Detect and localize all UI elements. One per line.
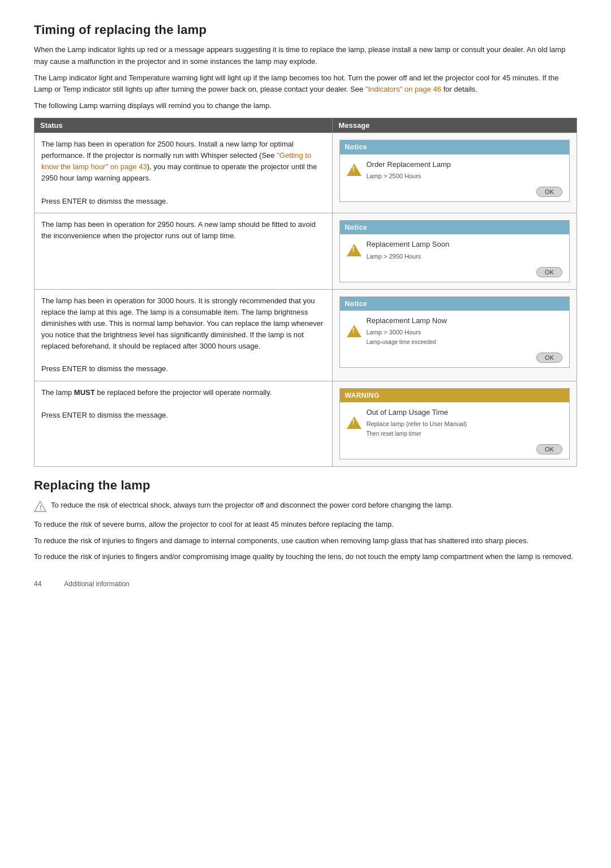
col-header-message: Message <box>333 118 577 132</box>
notice-extra-4: Then reset lamp timer <box>366 429 467 439</box>
table-row: The lamp has been in operation for 3000 … <box>35 289 577 381</box>
row3-message: Notice Replacement Lamp Now Lamp > 3000 … <box>333 289 577 381</box>
row4-message: WARNING Out of Lamp Usage Time Replace l… <box>333 381 577 466</box>
notice-sub-3: Lamp > 3000 Hours <box>366 328 446 337</box>
warning-box-4: WARNING Out of Lamp Usage Time Replace l… <box>339 388 570 459</box>
notice-body-1: Order Replacement Lamp Lamp > 2500 Hours… <box>340 154 569 201</box>
notice-sub-2: Lamp > 2950 Hours <box>366 252 449 261</box>
ok-button-2[interactable]: OK <box>536 267 562 277</box>
warning-triangle-icon-4 <box>347 416 362 429</box>
replacing-para2: To reduce the risk of injuries to finger… <box>34 535 577 547</box>
ok-button-3[interactable]: OK <box>536 353 562 363</box>
warning-body-4: Out of Lamp Usage Time Replace lamp (ref… <box>340 402 569 459</box>
notice-title-4: Out of Lamp Usage Time <box>366 407 467 418</box>
notice-sub-1: Lamp > 2500 Hours <box>366 171 451 181</box>
warning-triangle-icon-1 <box>347 164 362 176</box>
notice-header-2: Notice <box>340 221 569 235</box>
notice-header-3: Notice <box>340 297 569 311</box>
footer-page-number: 44 <box>34 580 41 588</box>
intro-paragraph-2: The Lamp indicator light and Temperature… <box>34 72 577 96</box>
row4-status: The lamp MUST be replaced before the pro… <box>35 381 333 466</box>
notice-box-1: Notice Order Replacement Lamp Lamp > 250… <box>339 140 570 202</box>
replacing-title: Replacing the lamp <box>34 478 577 493</box>
row1-press-enter: Press ENTER to dismiss the message. <box>41 197 168 205</box>
replacing-para3: To reduce the risk of injuries to finger… <box>34 551 577 563</box>
row1-status: The lamp has been in operation for 2500 … <box>35 132 333 213</box>
table-row: The lamp has been in operation for 2950 … <box>35 213 577 289</box>
replacing-section: Replacing the lamp ! To reduce the risk … <box>34 478 577 563</box>
table-row: The lamp has been in operation for 2500 … <box>35 132 577 213</box>
notice-sub-4: Replace lamp (refer to User Manual) <box>366 419 467 429</box>
row2-message: Notice Replacement Lamp Soon Lamp > 2950… <box>333 213 577 289</box>
warning-header-4: WARNING <box>340 389 569 403</box>
footer: 44 Additional information <box>34 580 577 588</box>
lamp-warning-table: Status Message The lamp has been in oper… <box>34 118 577 467</box>
row2-status: The lamp has been in operation for 2950 … <box>35 213 333 289</box>
intro2-suffix: for details. <box>441 85 477 93</box>
notice-title-1: Order Replacement Lamp <box>366 159 451 170</box>
notice-title-3: Replacement Lamp Now <box>366 315 446 326</box>
notice-text-2: Replacement Lamp Soon Lamp > 2950 Hours <box>366 239 449 261</box>
notice-box-3: Notice Replacement Lamp Now Lamp > 3000 … <box>339 297 570 368</box>
page-title: Timing of replacing the lamp <box>34 23 577 37</box>
ok-button-4[interactable]: OK <box>536 444 562 454</box>
svg-text:!: ! <box>40 504 42 511</box>
row4-press-enter: Press ENTER to dismiss the message. <box>41 411 168 419</box>
notice-title-2: Replacement Lamp Soon <box>366 239 449 250</box>
warning-triangle-icon-2 <box>347 244 362 256</box>
notice-content-row-3: Replacement Lamp Now Lamp > 3000 Hours L… <box>347 315 562 347</box>
footer-label: Additional information <box>64 580 129 588</box>
notice-text-4: Out of Lamp Usage Time Replace lamp (ref… <box>366 407 467 439</box>
notice-content-row-1: Order Replacement Lamp Lamp > 2500 Hours <box>347 159 562 181</box>
ok-button-1[interactable]: OK <box>536 187 562 197</box>
table-row: The lamp MUST be replaced before the pro… <box>35 381 577 466</box>
notice-body-2: Replacement Lamp Soon Lamp > 2950 Hours … <box>340 234 569 281</box>
notice-text-1: Order Replacement Lamp Lamp > 2500 Hours <box>366 159 451 181</box>
caution-text: To reduce the risk of electrical shock, … <box>51 500 453 512</box>
row3-status: The lamp has been in operation for 3000 … <box>35 289 333 381</box>
row2-status-text: The lamp has been in operation for 2950 … <box>41 220 316 240</box>
intro-paragraph-3: The following Lamp warning displays will… <box>34 100 577 112</box>
caution-triangle-icon: ! <box>34 500 46 514</box>
notice-extra-3: Lamp-usage time exceeded <box>366 338 446 347</box>
caution-row: ! To reduce the risk of electrical shock… <box>34 500 577 514</box>
notice-text-3: Replacement Lamp Now Lamp > 3000 Hours L… <box>366 315 446 347</box>
notice-body-3: Replacement Lamp Now Lamp > 3000 Hours L… <box>340 311 569 367</box>
replacing-para1: To reduce the risk of severe burns, allo… <box>34 519 577 531</box>
row3-status-text: The lamp has been in operation for 3000 … <box>41 297 323 351</box>
row4-status-text: The lamp MUST be replaced before the pro… <box>41 388 272 397</box>
row1-message: Notice Order Replacement Lamp Lamp > 250… <box>333 132 577 213</box>
row3-press-enter: Press ENTER to dismiss the message. <box>41 364 168 373</box>
notice-header-1: Notice <box>340 140 569 154</box>
intro2-text: The Lamp indicator light and Temperature… <box>34 74 558 94</box>
warning-triangle-icon-3 <box>347 325 362 337</box>
lamp-hour-link-1[interactable]: "Getting to know the lamp hour" on page … <box>41 151 311 171</box>
indicators-link[interactable]: "Indicators" on page 46 <box>365 85 441 93</box>
intro-paragraph-1: When the Lamp indicator lights up red or… <box>34 44 577 68</box>
notice-content-row-2: Replacement Lamp Soon Lamp > 2950 Hours <box>347 239 562 261</box>
col-header-status: Status <box>35 118 333 132</box>
notice-box-2: Notice Replacement Lamp Soon Lamp > 2950… <box>339 220 570 282</box>
notice-content-row-4: Out of Lamp Usage Time Replace lamp (ref… <box>347 407 562 439</box>
